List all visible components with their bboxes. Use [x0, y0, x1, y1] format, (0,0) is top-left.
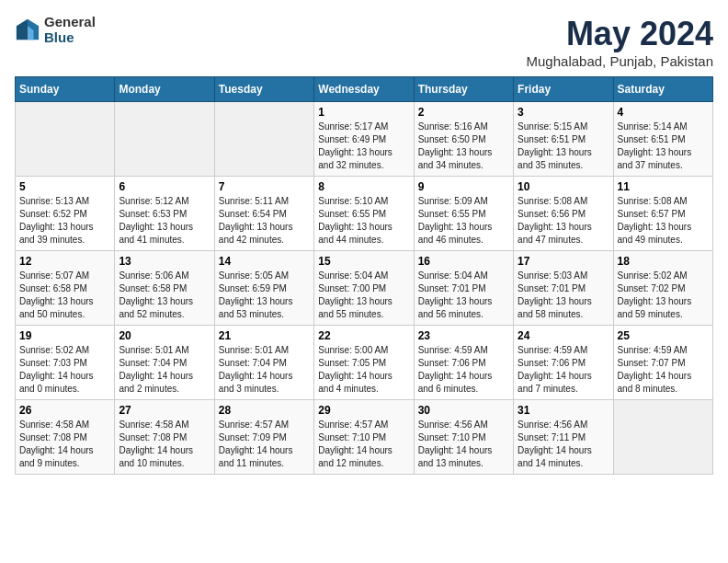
day-info: Sunrise: 5:06 AM Sunset: 6:58 PM Dayligh… — [119, 270, 210, 321]
day-info: Sunrise: 5:05 AM Sunset: 6:59 PM Dayligh… — [219, 270, 310, 321]
day-cell: 21Sunrise: 5:01 AM Sunset: 7:04 PM Dayli… — [214, 326, 313, 400]
day-cell — [16, 102, 115, 177]
day-info: Sunrise: 4:59 AM Sunset: 7:07 PM Dayligh… — [618, 344, 709, 396]
day-number: 29 — [318, 404, 409, 417]
day-cell: 22Sunrise: 5:00 AM Sunset: 7:05 PM Dayli… — [314, 326, 414, 400]
day-number: 15 — [318, 255, 409, 268]
day-info: Sunrise: 5:01 AM Sunset: 7:04 PM Dayligh… — [119, 344, 210, 396]
day-number: 7 — [219, 180, 310, 193]
calendar-body: 1Sunrise: 5:17 AM Sunset: 6:49 PM Daylig… — [16, 102, 713, 475]
day-number: 21 — [219, 329, 310, 342]
day-cell: 14Sunrise: 5:05 AM Sunset: 6:59 PM Dayli… — [214, 251, 313, 326]
day-info: Sunrise: 5:14 AM Sunset: 6:51 PM Dayligh… — [618, 121, 709, 172]
header-row: SundayMondayTuesdayWednesdayThursdayFrid… — [16, 77, 713, 102]
header-cell-wednesday: Wednesday — [314, 77, 414, 102]
day-info: Sunrise: 5:09 AM Sunset: 6:55 PM Dayligh… — [418, 195, 509, 247]
header: General Blue May 2024 Mughalabad, Punjab… — [15, 15, 713, 69]
day-number: 25 — [618, 329, 709, 342]
day-cell: 31Sunrise: 4:56 AM Sunset: 7:11 PM Dayli… — [514, 400, 613, 475]
day-cell: 16Sunrise: 5:04 AM Sunset: 7:01 PM Dayli… — [414, 251, 513, 326]
logo-icon — [15, 17, 40, 43]
day-info: Sunrise: 5:11 AM Sunset: 6:54 PM Dayligh… — [219, 195, 310, 247]
day-number: 10 — [518, 180, 609, 193]
day-number: 23 — [418, 329, 509, 342]
day-number: 11 — [618, 180, 709, 193]
day-info: Sunrise: 5:04 AM Sunset: 7:00 PM Dayligh… — [318, 270, 409, 321]
title-area: May 2024 Mughalabad, Punjab, Pakistan — [527, 15, 713, 69]
day-cell: 25Sunrise: 4:59 AM Sunset: 7:07 PM Dayli… — [613, 326, 712, 400]
svg-marker-1 — [17, 18, 28, 39]
day-cell: 20Sunrise: 5:01 AM Sunset: 7:04 PM Dayli… — [115, 326, 214, 400]
day-info: Sunrise: 5:10 AM Sunset: 6:55 PM Dayligh… — [318, 195, 409, 247]
logo: General Blue — [15, 15, 96, 45]
logo-general: General — [44, 15, 96, 30]
week-row-0: 1Sunrise: 5:17 AM Sunset: 6:49 PM Daylig… — [16, 102, 713, 177]
day-cell: 27Sunrise: 4:58 AM Sunset: 7:08 PM Dayli… — [115, 400, 214, 475]
header-cell-sunday: Sunday — [16, 77, 115, 102]
day-number: 4 — [618, 106, 709, 119]
day-info: Sunrise: 5:16 AM Sunset: 6:50 PM Dayligh… — [418, 121, 509, 172]
day-cell: 26Sunrise: 4:58 AM Sunset: 7:08 PM Dayli… — [16, 400, 115, 475]
day-number: 13 — [119, 255, 210, 268]
day-number: 3 — [518, 106, 609, 119]
day-number: 16 — [418, 255, 509, 268]
logo-blue: Blue — [44, 30, 96, 46]
day-number: 12 — [19, 255, 110, 268]
day-info: Sunrise: 5:15 AM Sunset: 6:51 PM Dayligh… — [518, 121, 609, 172]
day-cell: 5Sunrise: 5:13 AM Sunset: 6:52 PM Daylig… — [16, 177, 115, 251]
day-info: Sunrise: 5:02 AM Sunset: 7:02 PM Dayligh… — [618, 270, 709, 321]
day-cell: 6Sunrise: 5:12 AM Sunset: 6:53 PM Daylig… — [115, 177, 214, 251]
day-info: Sunrise: 4:58 AM Sunset: 7:08 PM Dayligh… — [19, 419, 110, 470]
week-row-2: 12Sunrise: 5:07 AM Sunset: 6:58 PM Dayli… — [16, 251, 713, 326]
day-number: 1 — [318, 106, 409, 119]
day-cell: 13Sunrise: 5:06 AM Sunset: 6:58 PM Dayli… — [115, 251, 214, 326]
day-info: Sunrise: 5:08 AM Sunset: 6:57 PM Dayligh… — [618, 195, 709, 247]
subtitle: Mughalabad, Punjab, Pakistan — [527, 53, 713, 69]
day-cell: 17Sunrise: 5:03 AM Sunset: 7:01 PM Dayli… — [514, 251, 613, 326]
day-cell: 10Sunrise: 5:08 AM Sunset: 6:56 PM Dayli… — [514, 177, 613, 251]
header-cell-tuesday: Tuesday — [214, 77, 313, 102]
header-cell-saturday: Saturday — [613, 77, 712, 102]
day-info: Sunrise: 4:58 AM Sunset: 7:08 PM Dayligh… — [119, 419, 210, 470]
header-cell-monday: Monday — [115, 77, 214, 102]
day-info: Sunrise: 5:17 AM Sunset: 6:49 PM Dayligh… — [318, 121, 409, 172]
day-cell: 1Sunrise: 5:17 AM Sunset: 6:49 PM Daylig… — [314, 102, 414, 177]
day-number: 27 — [119, 404, 210, 417]
day-info: Sunrise: 5:04 AM Sunset: 7:01 PM Dayligh… — [418, 270, 509, 321]
day-number: 18 — [618, 255, 709, 268]
day-cell: 19Sunrise: 5:02 AM Sunset: 7:03 PM Dayli… — [16, 326, 115, 400]
day-cell: 15Sunrise: 5:04 AM Sunset: 7:00 PM Dayli… — [314, 251, 414, 326]
day-number: 22 — [318, 329, 409, 342]
day-cell: 4Sunrise: 5:14 AM Sunset: 6:51 PM Daylig… — [613, 102, 712, 177]
day-number: 9 — [418, 180, 509, 193]
header-cell-thursday: Thursday — [414, 77, 513, 102]
day-cell: 18Sunrise: 5:02 AM Sunset: 7:02 PM Dayli… — [613, 251, 712, 326]
day-cell: 29Sunrise: 4:57 AM Sunset: 7:10 PM Dayli… — [314, 400, 414, 475]
day-number: 28 — [219, 404, 310, 417]
day-number: 31 — [518, 404, 609, 417]
day-number: 30 — [418, 404, 509, 417]
day-cell — [613, 400, 712, 475]
calendar-table: SundayMondayTuesdayWednesdayThursdayFrid… — [15, 76, 713, 475]
day-info: Sunrise: 5:03 AM Sunset: 7:01 PM Dayligh… — [518, 270, 609, 321]
day-cell: 8Sunrise: 5:10 AM Sunset: 6:55 PM Daylig… — [314, 177, 414, 251]
main-title: May 2024 — [527, 15, 713, 53]
day-info: Sunrise: 5:13 AM Sunset: 6:52 PM Dayligh… — [19, 195, 110, 247]
day-number: 19 — [19, 329, 110, 342]
day-info: Sunrise: 5:08 AM Sunset: 6:56 PM Dayligh… — [518, 195, 609, 247]
day-cell — [115, 102, 214, 177]
day-cell: 7Sunrise: 5:11 AM Sunset: 6:54 PM Daylig… — [214, 177, 313, 251]
day-info: Sunrise: 4:56 AM Sunset: 7:11 PM Dayligh… — [518, 419, 609, 470]
day-cell: 2Sunrise: 5:16 AM Sunset: 6:50 PM Daylig… — [414, 102, 513, 177]
day-cell: 30Sunrise: 4:56 AM Sunset: 7:10 PM Dayli… — [414, 400, 513, 475]
day-info: Sunrise: 4:59 AM Sunset: 7:06 PM Dayligh… — [418, 344, 509, 396]
day-info: Sunrise: 4:56 AM Sunset: 7:10 PM Dayligh… — [418, 419, 509, 470]
week-row-4: 26Sunrise: 4:58 AM Sunset: 7:08 PM Dayli… — [16, 400, 713, 475]
day-cell: 9Sunrise: 5:09 AM Sunset: 6:55 PM Daylig… — [414, 177, 513, 251]
day-number: 2 — [418, 106, 509, 119]
day-number: 6 — [119, 180, 210, 193]
day-info: Sunrise: 4:57 AM Sunset: 7:10 PM Dayligh… — [318, 419, 409, 470]
header-cell-friday: Friday — [514, 77, 613, 102]
day-cell: 28Sunrise: 4:57 AM Sunset: 7:09 PM Dayli… — [214, 400, 313, 475]
day-number: 26 — [19, 404, 110, 417]
